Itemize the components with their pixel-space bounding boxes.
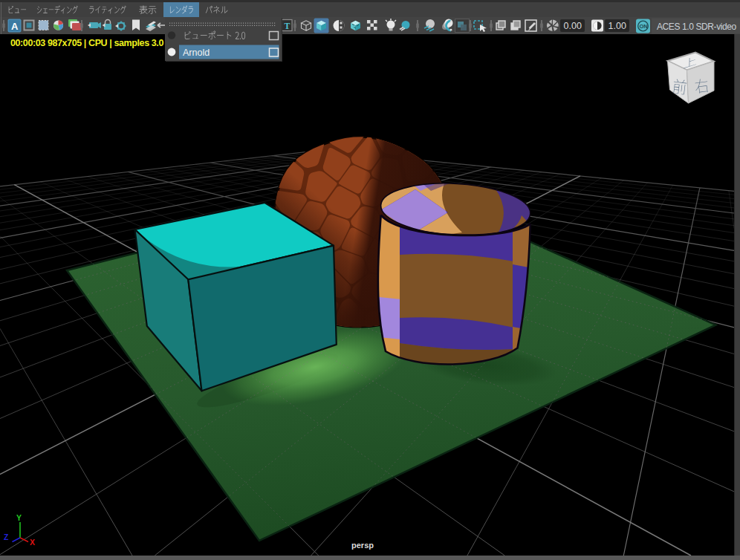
svg-text:Z: Z [4, 533, 9, 541]
svg-text:X: X [30, 538, 35, 547]
svg-text:Y: Y [16, 513, 22, 522]
